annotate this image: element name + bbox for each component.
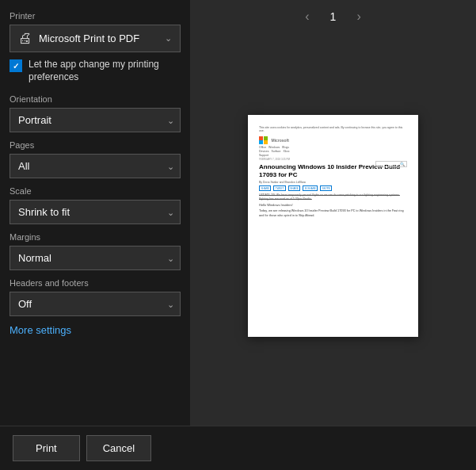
preview-search-icon: 🔍: [400, 162, 405, 166]
preview-nav-links: Office Windows Blogs: [259, 146, 407, 149]
preview-ms-logo-row: Microsoft: [259, 136, 407, 145]
cancel-button[interactable]: Cancel: [86, 435, 151, 461]
headers-footers-dropdown[interactable]: Off On: [10, 292, 181, 316]
preview-update-normal-text: flighting has resumed as of 5:30pm Pacif…: [259, 197, 312, 201]
preview-update-text: UPDATE 2/9: We have temporarily paused f…: [259, 193, 407, 201]
page-preview: This site uses cookies for analytics, pe…: [248, 115, 418, 337]
preview-nav-links-3: Support: [259, 154, 407, 157]
scale-label: Scale: [10, 186, 181, 196]
print-button[interactable]: Print: [13, 435, 80, 461]
preview-tag-skype: SKYPE: [320, 185, 332, 191]
margins-label: Margins: [10, 232, 181, 242]
preview-search-box: 🔍: [375, 161, 407, 167]
preview-tag-in: IN SHARE: [303, 185, 318, 191]
printer-chevron-icon: ⌄: [165, 33, 172, 44]
pages-dropdown-wrapper: All Current Page Custom ⌄: [10, 154, 181, 178]
orientation-dropdown[interactable]: Portrait Landscape: [10, 108, 181, 132]
preview-body-text: Today, we are releasing Windows 10 Insid…: [259, 209, 407, 218]
printer-icon: 🖨: [18, 30, 32, 47]
preview-byline: By Dona Sarkar and Brandon LeBlanc: [259, 181, 407, 184]
margins-dropdown[interactable]: Normal None Minimum Custom: [10, 246, 181, 270]
page-preview-wrapper: This site uses cookies for analytics, pe…: [198, 33, 468, 418]
headers-footers-label: Headers and footers: [10, 278, 181, 288]
preview-ms-text: Microsoft: [272, 138, 290, 143]
next-page-button[interactable]: ›: [352, 8, 365, 25]
orientation-dropdown-wrapper: Portrait Landscape ⌄: [10, 108, 181, 132]
print-preview-panel: ‹ 1 › This site uses cookies for analyti…: [190, 0, 476, 426]
scale-dropdown[interactable]: Shrink to fit 100% Custom: [10, 200, 181, 224]
pages-dropdown[interactable]: All Current Page Custom: [10, 154, 181, 178]
more-settings-link[interactable]: More settings: [10, 324, 181, 336]
margins-dropdown-wrapper: Normal None Minimum Custom ⌄: [10, 246, 181, 270]
printer-name: Microsoft Print to PDF: [39, 32, 158, 44]
printer-section-label: Printer: [10, 11, 181, 21]
preview-tags: SHARE TWEET SHARE IN SHARE SKYPE: [259, 185, 407, 191]
preview-greeting: Hello Windows Insiders!: [259, 203, 407, 207]
ms-logo-icon: [259, 136, 268, 145]
pages-label: Pages: [10, 140, 181, 150]
printer-dropdown[interactable]: 🖨 Microsoft Print to PDF ⌄: [10, 25, 181, 52]
preview-nav-links-2: Devices Surface Xbox: [259, 150, 407, 153]
preview-tag-share2: SHARE: [288, 185, 300, 191]
left-panel: Printer 🖨 Microsoft Print to PDF ⌄ ✓ Let…: [0, 0, 190, 426]
preview-navigation: ‹ 1 ›: [300, 8, 365, 25]
scale-dropdown-wrapper: Shrink to fit 100% Custom ⌄: [10, 200, 181, 224]
page-number-display: 1: [330, 10, 337, 23]
allow-app-change-label: Let the app change my printing preferenc…: [29, 59, 181, 83]
preview-cookie-notice: This site uses cookies for analytics, pe…: [259, 126, 407, 133]
preview-tag-share: SHARE: [259, 185, 271, 191]
checkmark-icon: ✓: [13, 62, 19, 71]
preview-tag-tweet: TWEET: [273, 185, 286, 191]
allow-app-change-checkbox[interactable]: ✓: [10, 59, 22, 72]
headers-footers-dropdown-wrapper: Off On ⌄: [10, 292, 181, 316]
prev-page-button[interactable]: ‹: [300, 8, 314, 25]
allow-app-change-row: ✓ Let the app change my printing prefere…: [10, 59, 181, 83]
orientation-label: Orientation: [10, 94, 181, 104]
bottom-bar: Print Cancel: [0, 426, 476, 470]
